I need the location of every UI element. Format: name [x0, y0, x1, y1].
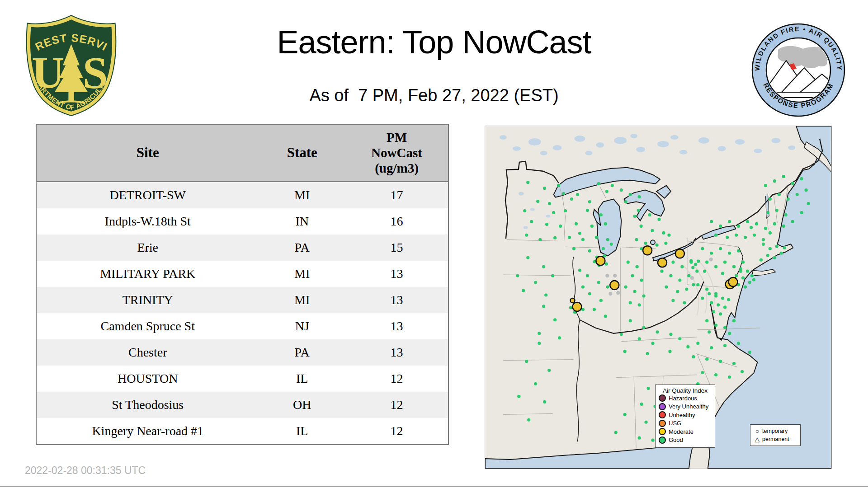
- aqi-legend-item: Good: [659, 436, 715, 445]
- pm-value-cell: 13: [345, 287, 448, 313]
- site-marker-good: [732, 265, 736, 268]
- wfaqrp-logo: WILDLAND FIRE • AIR QUALITY RESPONSE PRO…: [751, 21, 846, 119]
- page-title: Eastern: Top NowCast: [0, 23, 868, 61]
- pm-value-cell: 17: [345, 182, 448, 209]
- site-marker-good: [669, 333, 672, 336]
- site-marker-good: [721, 272, 724, 275]
- site-marker-good: [775, 245, 778, 248]
- site-marker-good: [737, 225, 740, 228]
- site-marker-good: [595, 236, 598, 239]
- site-marker-good: [744, 285, 747, 288]
- site-marker-good: [657, 218, 660, 221]
- site-marker-nodata: [609, 292, 612, 296]
- table-header-row: Site State PM NowCast (ug/m3): [36, 124, 448, 182]
- site-marker-good: [737, 342, 740, 345]
- site-cell: Camden Spruce St: [36, 313, 259, 339]
- site-marker-good: [605, 263, 608, 266]
- footer-divider: [0, 486, 868, 487]
- site-marker-good: [696, 283, 699, 286]
- site-marker-good: [689, 259, 693, 263]
- site-marker-good: [530, 220, 533, 223]
- site-marker-good: [744, 236, 747, 239]
- state-cell: IN: [259, 208, 345, 235]
- site-marker-good: [651, 439, 654, 442]
- site-marker-good: [701, 247, 704, 250]
- site-marker-good: [678, 337, 681, 340]
- site-marker-good: [588, 249, 591, 253]
- site-marker-good: [778, 193, 781, 196]
- site-marker-good: [764, 227, 767, 230]
- pm-header-line1: PM: [345, 130, 448, 145]
- site-marker-good: [610, 243, 613, 246]
- site-marker-good: [644, 242, 647, 245]
- site-marker-good: [721, 296, 724, 300]
- site-marker-good: [655, 244, 658, 247]
- site-marker-good: [669, 274, 672, 277]
- site-marker-good: [623, 350, 627, 353]
- site-marker-good: [605, 190, 609, 193]
- site-cell: Erie: [36, 235, 259, 261]
- pm-value-cell: 15: [345, 235, 448, 261]
- table-row: St TheodosiusOH12: [36, 392, 448, 418]
- site-marker-good: [710, 301, 713, 304]
- site-marker-good: [687, 274, 690, 277]
- site-marker-good: [719, 312, 722, 315]
- site-marker-good: [746, 270, 749, 273]
- site-marker-good: [717, 303, 720, 306]
- site-marker-good: [719, 360, 722, 363]
- state-cell: PA: [259, 339, 345, 366]
- site-marker-good: [773, 256, 776, 259]
- site-marker-good: [558, 336, 561, 339]
- site-marker-good: [629, 193, 632, 196]
- site-marker-good: [726, 236, 729, 239]
- site-marker-good: [651, 342, 654, 345]
- site-marker-moderate: [571, 298, 575, 303]
- site-marker-good: [695, 270, 698, 273]
- site-marker-good: [714, 294, 717, 297]
- site-marker-good: [516, 274, 519, 277]
- aqi-legend-item: Very Unhealthy: [659, 403, 715, 411]
- site-marker-good: [705, 287, 708, 291]
- site-marker-good: [646, 387, 650, 390]
- aqi-legend-label: Hazardous: [669, 395, 697, 402]
- site-marker-good: [752, 278, 755, 282]
- site-marker-good: [624, 200, 627, 203]
- site-cell: MILITARY PARK: [36, 261, 259, 287]
- site-marker-good: [557, 184, 560, 187]
- state-cell: NJ: [259, 313, 345, 339]
- aqi-legend-item: Hazardous: [659, 394, 715, 403]
- table-row: Indpls-W.18th StIN16: [36, 208, 448, 235]
- site-marker-nodata: [616, 291, 620, 295]
- site-marker-good: [748, 281, 751, 284]
- col-header-site: Site: [36, 124, 259, 182]
- site-marker-good: [703, 270, 706, 273]
- table-row: TRINITYMI13: [36, 287, 448, 313]
- site-marker-good: [782, 175, 785, 178]
- site-marker-good: [523, 209, 526, 212]
- site-marker-good: [775, 209, 778, 212]
- table-row: MILITARY PARKMI13: [36, 261, 448, 287]
- site-marker-good: [728, 220, 731, 223]
- lake-st-clair: [651, 240, 655, 244]
- site-marker-good: [586, 209, 589, 212]
- site-marker-good: [599, 213, 603, 216]
- site-marker-good: [735, 234, 738, 237]
- site-marker-good: [701, 371, 704, 374]
- marker-type-label: permanent: [762, 436, 789, 442]
- site-marker-good: [569, 306, 572, 309]
- site-marker-good: [753, 234, 756, 237]
- site-marker-good: [686, 345, 689, 348]
- site-marker-good: [545, 223, 548, 226]
- site-marker-good: [727, 298, 730, 301]
- site-marker-good: [638, 303, 641, 306]
- nowcast-table: Site State PM NowCast (ug/m3) DETROIT-SW…: [36, 124, 449, 445]
- site-marker-moderate: [675, 249, 684, 258]
- site-marker-nodata: [605, 274, 609, 277]
- site-marker-good: [791, 182, 794, 185]
- site-marker-good: [782, 225, 785, 228]
- site-cell: DETROIT-SW: [36, 182, 259, 209]
- site-cell: St Theodosius: [36, 392, 259, 418]
- site-marker-good: [636, 265, 639, 268]
- site-marker-good: [631, 274, 634, 277]
- site-marker-good: [581, 285, 585, 288]
